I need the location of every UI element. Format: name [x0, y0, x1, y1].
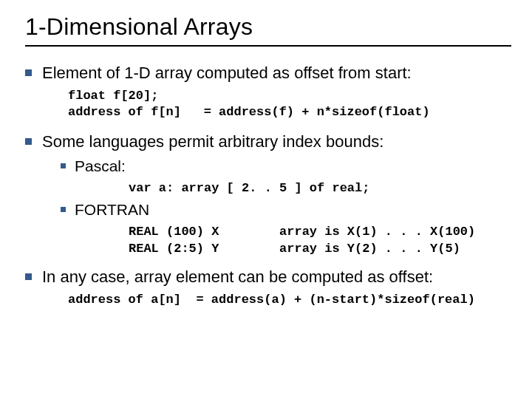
- pascal-label: Pascal:: [75, 157, 126, 176]
- sub-bullet-pascal: Pascal:: [61, 157, 511, 176]
- fortran-code: REAL (100) X array is X(1) . . . X(100) …: [129, 224, 511, 258]
- sub-bullet-fortran: FORTRAN: [61, 200, 511, 219]
- bullet-3-text: In any case, array element can be comput…: [42, 267, 433, 287]
- bullet-icon: [61, 207, 66, 212]
- bullet-3-code: address of a[n] = address(a) + (n-start)…: [68, 292, 511, 309]
- bullet-2-text: Some languages permit arbitrary index bo…: [42, 132, 383, 152]
- bullet-2: Some languages permit arbitrary index bo…: [25, 132, 511, 152]
- bullet-icon: [25, 273, 32, 280]
- bullet-icon: [61, 163, 66, 168]
- fortran-label: FORTRAN: [75, 200, 149, 219]
- slide-title: 1-Dimensional Arrays: [25, 13, 511, 41]
- bullet-1-code: float f[20]; address of f[n] = address(f…: [68, 88, 511, 122]
- slide: 1-Dimensional Arrays Element of 1-D arra…: [0, 0, 532, 399]
- pascal-code: var a: array [ 2. . 5 ] of real;: [129, 180, 511, 197]
- title-rule: [25, 45, 511, 47]
- bullet-1: Element of 1-D array computed as offset …: [25, 63, 511, 83]
- bullet-1-text: Element of 1-D array computed as offset …: [42, 63, 412, 83]
- bullet-icon: [25, 138, 32, 145]
- bullet-icon: [25, 69, 32, 76]
- bullet-3: In any case, array element can be comput…: [25, 267, 511, 287]
